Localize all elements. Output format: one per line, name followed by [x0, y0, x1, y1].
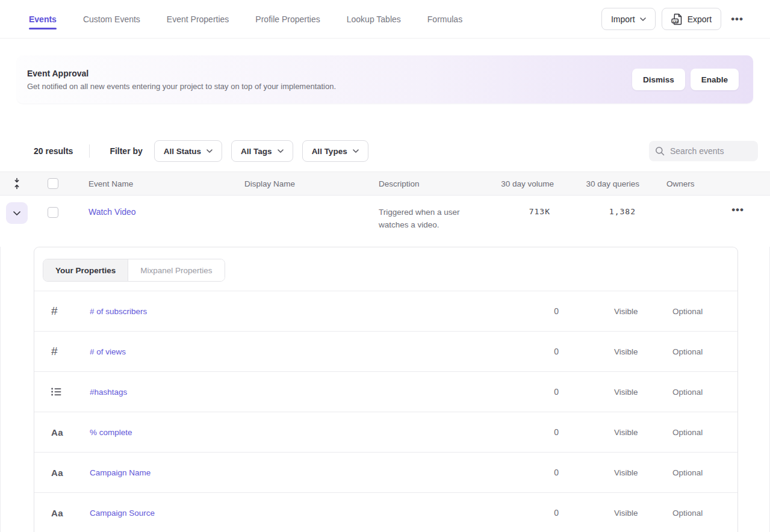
property-requirement: Optional — [641, 307, 737, 316]
import-button[interactable]: Import — [601, 8, 656, 30]
top-navigation: Events Custom Events Event Properties Pr… — [0, 0, 770, 39]
text-type-icon: Aa — [34, 427, 90, 438]
property-visibility: Visible — [559, 307, 641, 316]
property-value: 0 — [492, 427, 559, 437]
property-name-link[interactable]: # of views — [90, 347, 492, 356]
property-name-link[interactable]: #hashtags — [90, 388, 492, 397]
nav-actions: Import csv Export ••• — [601, 8, 770, 30]
column-30-day-queries: 30 day queries — [555, 179, 641, 188]
number-type-icon: # — [34, 305, 90, 318]
event-approval-banner: Event Approval Get notified on all new e… — [17, 55, 753, 104]
property-visibility: Visible — [559, 468, 641, 477]
property-value: 0 — [492, 347, 559, 356]
property-requirement: Optional — [641, 347, 737, 356]
tab-custom-events[interactable]: Custom Events — [83, 1, 140, 37]
property-value: 0 — [492, 306, 559, 316]
properties-panel: Your Properties Mixpanel Properties # # … — [34, 247, 738, 532]
chevron-down-icon — [206, 149, 213, 153]
property-requirement: Optional — [641, 509, 737, 518]
tags-filter-label: All Tags — [241, 147, 272, 156]
status-filter-dropdown[interactable]: All Status — [154, 140, 222, 162]
export-button[interactable]: csv Export — [662, 8, 721, 30]
chevron-down-icon — [278, 149, 284, 153]
column-description: Description — [364, 179, 479, 188]
property-row: # # of subscribers 0 Visible Optional — [34, 291, 737, 331]
property-name-link[interactable]: % complete — [90, 428, 492, 437]
banner-actions: Dismiss Enable — [632, 69, 739, 90]
svg-text:csv: csv — [672, 19, 678, 22]
property-visibility: Visible — [559, 347, 641, 356]
text-type-icon: Aa — [34, 468, 90, 478]
expanded-event-section: Your Properties Mixpanel Properties # # … — [0, 247, 770, 532]
csv-file-icon: csv — [671, 13, 683, 25]
property-row: Aa Campaign Source 0 Visible Optional — [34, 492, 737, 532]
event-description: Triggered when a user watches a video. — [364, 206, 460, 231]
chevron-down-icon — [13, 211, 20, 215]
collapse-row-button[interactable] — [6, 202, 28, 224]
banner-text: Event Approval Get notified on all new e… — [27, 69, 336, 91]
search-events-input[interactable] — [670, 146, 748, 156]
list-type-icon — [34, 388, 90, 396]
property-name-link[interactable]: # of subscribers — [90, 307, 492, 316]
event-name-link[interactable]: Watch Video — [72, 207, 230, 217]
select-all-checkbox[interactable] — [48, 178, 58, 189]
property-requirement: Optional — [641, 428, 737, 437]
property-visibility: Visible — [559, 428, 641, 437]
chevron-down-icon — [640, 17, 646, 21]
import-button-label: Import — [611, 14, 635, 24]
filter-by-label: Filter by — [110, 146, 142, 156]
tags-filter-dropdown[interactable]: All Tags — [231, 140, 293, 162]
tab-profile-properties[interactable]: Profile Properties — [255, 1, 320, 37]
property-name-link[interactable]: Campaign Source — [90, 509, 492, 518]
types-filter-label: All Types — [312, 147, 347, 156]
property-value: 0 — [492, 387, 559, 397]
lexicon-tabs: Events Custom Events Event Properties Pr… — [0, 1, 462, 37]
banner-title: Event Approval — [27, 69, 336, 78]
property-value: 0 — [492, 468, 559, 477]
tab-lookup-tables[interactable]: Lookup Tables — [347, 1, 401, 37]
properties-tabs-area: Your Properties Mixpanel Properties — [34, 247, 737, 291]
events-table-header: Event Name Display Name Description 30 d… — [0, 172, 770, 196]
event-30-day-queries: 1,382 — [555, 207, 641, 216]
property-visibility: Visible — [559, 388, 641, 397]
column-event-name: Event Name — [72, 179, 230, 188]
tab-your-properties[interactable]: Your Properties — [43, 259, 128, 281]
event-row-watch-video: Watch Video Triggered when a user watche… — [0, 196, 770, 247]
search-events-box — [649, 141, 758, 161]
text-type-icon: Aa — [34, 508, 90, 518]
property-row: # # of views 0 Visible Optional — [34, 331, 737, 371]
tab-formulas[interactable]: Formulas — [427, 1, 462, 37]
status-filter-label: All Status — [164, 147, 201, 156]
results-count: 20 results — [34, 146, 73, 156]
column-30-day-volume: 30 day volume — [479, 179, 555, 188]
property-requirement: Optional — [641, 388, 737, 397]
column-display-name: Display Name — [230, 179, 364, 188]
dismiss-button[interactable]: Dismiss — [632, 69, 685, 90]
tab-event-properties[interactable]: Event Properties — [167, 1, 229, 37]
column-owners: Owners — [641, 179, 698, 188]
banner-subtitle: Get notified on all new events entering … — [27, 82, 336, 91]
types-filter-dropdown[interactable]: All Types — [302, 140, 368, 162]
filter-toolbar: 20 results Filter by All Status All Tags… — [0, 140, 770, 162]
row-checkbox[interactable] — [48, 207, 58, 218]
property-row: Aa % complete 0 Visible Optional — [34, 412, 737, 452]
collapse-rows-icon[interactable] — [0, 178, 34, 190]
row-more-options-icon[interactable]: ••• — [698, 205, 770, 215]
property-row: #hashtags 0 Visible Optional — [34, 371, 737, 412]
enable-button[interactable]: Enable — [691, 69, 739, 90]
event-30-day-volume: 713K — [479, 207, 555, 216]
tab-events[interactable]: Events — [29, 1, 57, 37]
properties-tab-group: Your Properties Mixpanel Properties — [43, 259, 225, 282]
search-icon — [655, 146, 665, 156]
property-visibility: Visible — [559, 509, 641, 518]
export-button-label: Export — [688, 14, 712, 24]
divider — [89, 144, 90, 158]
tab-mixpanel-properties[interactable]: Mixpanel Properties — [128, 259, 224, 281]
property-value: 0 — [492, 508, 559, 518]
chevron-down-icon — [353, 149, 359, 153]
property-name-link[interactable]: Campaign Name — [90, 468, 492, 477]
number-type-icon: # — [34, 345, 90, 358]
property-row: Aa Campaign Name 0 Visible Optional — [34, 452, 737, 492]
more-options-icon[interactable]: ••• — [727, 14, 747, 24]
property-requirement: Optional — [641, 468, 737, 477]
